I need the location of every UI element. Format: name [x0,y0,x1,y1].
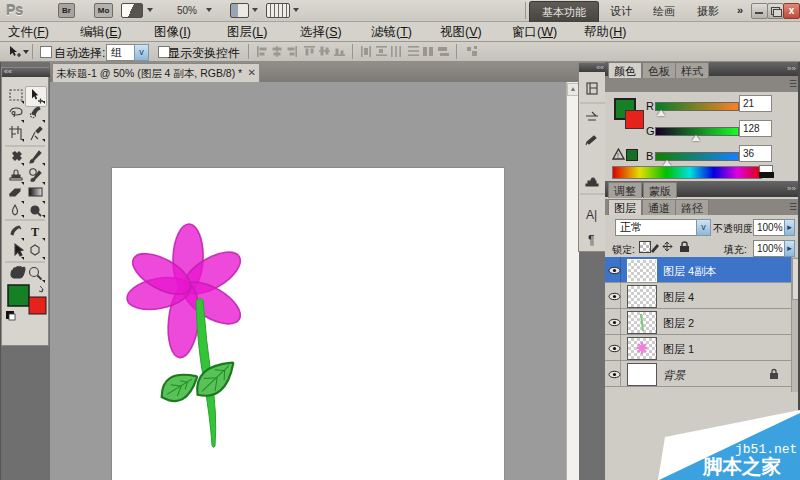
svg-text:¶: ¶ [588,233,594,247]
svg-text:T: T [31,225,39,239]
svg-text:脚本之家: 脚本之家 [702,455,782,477]
svg-text:A|: A| [586,208,597,222]
svg-text:!: ! [617,152,619,159]
